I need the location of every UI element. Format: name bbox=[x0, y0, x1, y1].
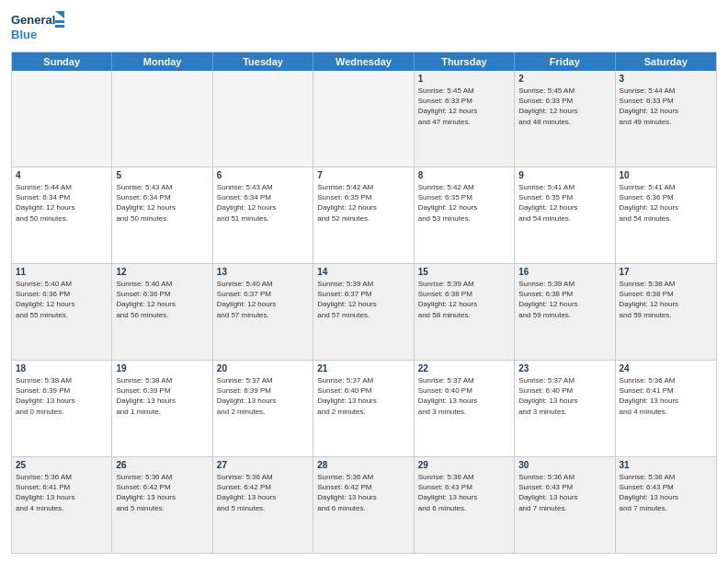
calendar-cell bbox=[12, 71, 112, 167]
cell-daylight-info: Sunrise: 5:42 AMSunset: 6:35 PMDaylight:… bbox=[317, 182, 409, 224]
day-number: 26 bbox=[116, 460, 208, 470]
svg-text:Blue: Blue bbox=[11, 28, 37, 41]
calendar-cell: 2Sunrise: 5:45 AMSunset: 6:33 PMDaylight… bbox=[515, 71, 615, 167]
calendar-cell: 10Sunrise: 5:41 AMSunset: 6:36 PMDayligh… bbox=[616, 167, 716, 263]
calendar-cell: 15Sunrise: 5:39 AMSunset: 6:38 PMDayligh… bbox=[415, 264, 515, 360]
cell-daylight-info: Sunrise: 5:40 AMSunset: 6:36 PMDaylight:… bbox=[116, 279, 208, 320]
day-number: 18 bbox=[16, 363, 108, 373]
calendar-cell: 20Sunrise: 5:37 AMSunset: 6:39 PMDayligh… bbox=[213, 361, 313, 456]
cell-daylight-info: Sunrise: 5:41 AMSunset: 6:35 PMDaylight:… bbox=[518, 182, 610, 224]
calendar-cell: 9Sunrise: 5:41 AMSunset: 6:35 PMDaylight… bbox=[515, 167, 615, 263]
logo: General Blue bbox=[11, 9, 66, 46]
calendar-cell: 11Sunrise: 5:40 AMSunset: 6:36 PMDayligh… bbox=[12, 264, 112, 360]
calendar-cell: 28Sunrise: 5:36 AMSunset: 6:42 PMDayligh… bbox=[313, 457, 414, 553]
calendar-week-row: 25Sunrise: 5:36 AMSunset: 6:41 PMDayligh… bbox=[12, 457, 716, 553]
calendar-week-row: 1Sunrise: 5:45 AMSunset: 6:33 PMDaylight… bbox=[12, 71, 716, 167]
cell-daylight-info: Sunrise: 5:36 AMSunset: 6:43 PMDaylight:… bbox=[518, 472, 610, 513]
cell-daylight-info: Sunrise: 5:45 AMSunset: 6:33 PMDaylight:… bbox=[418, 86, 510, 127]
day-of-week-header: Monday bbox=[112, 52, 212, 71]
calendar-cell bbox=[213, 71, 313, 167]
calendar-cell: 17Sunrise: 5:38 AMSunset: 6:38 PMDayligh… bbox=[616, 264, 716, 360]
calendar-cell: 14Sunrise: 5:39 AMSunset: 6:37 PMDayligh… bbox=[313, 264, 414, 360]
cell-daylight-info: Sunrise: 5:43 AMSunset: 6:34 PMDaylight:… bbox=[217, 182, 309, 224]
calendar-header: SundayMondayTuesdayWednesdayThursdayFrid… bbox=[12, 52, 716, 71]
cell-daylight-info: Sunrise: 5:39 AMSunset: 6:37 PMDaylight:… bbox=[317, 279, 409, 320]
cell-daylight-info: Sunrise: 5:38 AMSunset: 6:39 PMDaylight:… bbox=[16, 375, 108, 417]
calendar-cell bbox=[112, 71, 212, 167]
day-number: 27 bbox=[217, 460, 309, 470]
day-number: 28 bbox=[317, 460, 409, 470]
day-number: 3 bbox=[620, 74, 712, 84]
calendar-cell: 27Sunrise: 5:36 AMSunset: 6:42 PMDayligh… bbox=[213, 457, 313, 553]
day-number: 23 bbox=[518, 363, 610, 373]
day-number: 4 bbox=[16, 170, 108, 180]
svg-rect-4 bbox=[55, 25, 64, 28]
calendar-week-row: 18Sunrise: 5:38 AMSunset: 6:39 PMDayligh… bbox=[12, 361, 716, 457]
calendar: SundayMondayTuesdayWednesdayThursdayFrid… bbox=[11, 52, 717, 554]
cell-daylight-info: Sunrise: 5:36 AMSunset: 6:42 PMDaylight:… bbox=[217, 472, 309, 513]
cell-daylight-info: Sunrise: 5:44 AMSunset: 6:33 PMDaylight:… bbox=[620, 86, 712, 127]
cell-daylight-info: Sunrise: 5:39 AMSunset: 6:38 PMDaylight:… bbox=[518, 279, 610, 320]
calendar-cell bbox=[313, 71, 414, 167]
calendar-cell: 29Sunrise: 5:36 AMSunset: 6:43 PMDayligh… bbox=[415, 457, 515, 553]
cell-daylight-info: Sunrise: 5:40 AMSunset: 6:36 PMDaylight:… bbox=[16, 279, 108, 320]
calendar-cell: 19Sunrise: 5:38 AMSunset: 6:39 PMDayligh… bbox=[112, 361, 212, 456]
calendar-cell: 30Sunrise: 5:36 AMSunset: 6:43 PMDayligh… bbox=[515, 457, 615, 553]
day-of-week-header: Sunday bbox=[12, 52, 112, 71]
calendar-week-row: 4Sunrise: 5:44 AMSunset: 6:34 PMDaylight… bbox=[12, 167, 716, 264]
cell-daylight-info: Sunrise: 5:41 AMSunset: 6:36 PMDaylight:… bbox=[620, 182, 712, 224]
calendar-cell: 8Sunrise: 5:42 AMSunset: 6:35 PMDaylight… bbox=[415, 167, 515, 263]
calendar-page: General Blue SundayMondayTuesdayWednesda… bbox=[0, 0, 728, 563]
cell-daylight-info: Sunrise: 5:44 AMSunset: 6:34 PMDaylight:… bbox=[16, 182, 108, 224]
calendar-cell: 26Sunrise: 5:36 AMSunset: 6:42 PMDayligh… bbox=[112, 457, 212, 553]
day-number: 22 bbox=[418, 363, 510, 373]
day-number: 16 bbox=[518, 267, 610, 277]
cell-daylight-info: Sunrise: 5:40 AMSunset: 6:37 PMDaylight:… bbox=[217, 279, 309, 320]
day-number: 15 bbox=[418, 267, 510, 277]
cell-daylight-info: Sunrise: 5:38 AMSunset: 6:38 PMDaylight:… bbox=[620, 279, 712, 320]
header: General Blue bbox=[11, 9, 717, 46]
cell-daylight-info: Sunrise: 5:37 AMSunset: 6:40 PMDaylight:… bbox=[418, 375, 510, 417]
cell-daylight-info: Sunrise: 5:36 AMSunset: 6:41 PMDaylight:… bbox=[620, 375, 712, 417]
day-number: 19 bbox=[116, 363, 208, 373]
calendar-cell: 23Sunrise: 5:37 AMSunset: 6:40 PMDayligh… bbox=[515, 361, 615, 456]
calendar-cell: 1Sunrise: 5:45 AMSunset: 6:33 PMDaylight… bbox=[415, 71, 515, 167]
day-number: 13 bbox=[217, 267, 309, 277]
calendar-body: 1Sunrise: 5:45 AMSunset: 6:33 PMDaylight… bbox=[12, 71, 716, 553]
cell-daylight-info: Sunrise: 5:36 AMSunset: 6:43 PMDaylight:… bbox=[620, 472, 712, 513]
day-of-week-header: Thursday bbox=[415, 52, 515, 71]
day-number: 17 bbox=[620, 267, 712, 277]
day-number: 7 bbox=[317, 170, 409, 180]
calendar-cell: 5Sunrise: 5:43 AMSunset: 6:34 PMDaylight… bbox=[112, 167, 212, 263]
day-number: 1 bbox=[418, 74, 510, 84]
calendar-cell: 21Sunrise: 5:37 AMSunset: 6:40 PMDayligh… bbox=[313, 361, 414, 456]
calendar-cell: 13Sunrise: 5:40 AMSunset: 6:37 PMDayligh… bbox=[213, 264, 313, 360]
calendar-cell: 24Sunrise: 5:36 AMSunset: 6:41 PMDayligh… bbox=[616, 361, 716, 456]
logo-icon: General Blue bbox=[11, 9, 66, 46]
calendar-cell: 4Sunrise: 5:44 AMSunset: 6:34 PMDaylight… bbox=[12, 167, 112, 263]
calendar-cell: 12Sunrise: 5:40 AMSunset: 6:36 PMDayligh… bbox=[112, 264, 212, 360]
day-number: 6 bbox=[217, 170, 309, 180]
calendar-cell: 7Sunrise: 5:42 AMSunset: 6:35 PMDaylight… bbox=[313, 167, 414, 263]
cell-daylight-info: Sunrise: 5:36 AMSunset: 6:42 PMDaylight:… bbox=[317, 472, 409, 513]
day-of-week-header: Friday bbox=[515, 52, 615, 71]
day-number: 5 bbox=[116, 170, 208, 180]
day-number: 24 bbox=[620, 363, 712, 373]
calendar-cell: 18Sunrise: 5:38 AMSunset: 6:39 PMDayligh… bbox=[12, 361, 112, 456]
day-number: 31 bbox=[620, 460, 712, 470]
cell-daylight-info: Sunrise: 5:39 AMSunset: 6:38 PMDaylight:… bbox=[418, 279, 510, 320]
calendar-cell: 22Sunrise: 5:37 AMSunset: 6:40 PMDayligh… bbox=[415, 361, 515, 456]
day-number: 8 bbox=[418, 170, 510, 180]
calendar-cell: 16Sunrise: 5:39 AMSunset: 6:38 PMDayligh… bbox=[515, 264, 615, 360]
cell-daylight-info: Sunrise: 5:37 AMSunset: 6:40 PMDaylight:… bbox=[518, 375, 610, 417]
calendar-cell: 3Sunrise: 5:44 AMSunset: 6:33 PMDaylight… bbox=[616, 71, 716, 167]
day-of-week-header: Wednesday bbox=[313, 52, 414, 71]
day-of-week-header: Tuesday bbox=[213, 52, 313, 71]
day-number: 14 bbox=[317, 267, 409, 277]
cell-daylight-info: Sunrise: 5:36 AMSunset: 6:42 PMDaylight:… bbox=[116, 472, 208, 513]
cell-daylight-info: Sunrise: 5:36 AMSunset: 6:43 PMDaylight:… bbox=[418, 472, 510, 513]
cell-daylight-info: Sunrise: 5:43 AMSunset: 6:34 PMDaylight:… bbox=[116, 182, 208, 224]
cell-daylight-info: Sunrise: 5:38 AMSunset: 6:39 PMDaylight:… bbox=[116, 375, 208, 417]
day-number: 25 bbox=[16, 460, 108, 470]
svg-rect-3 bbox=[55, 20, 64, 23]
